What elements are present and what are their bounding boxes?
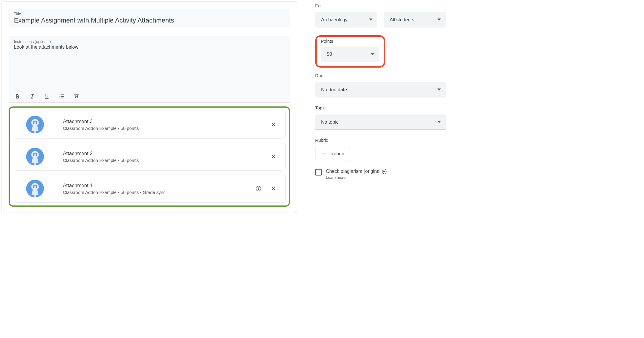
- assignment-editor-panel: Title Example Assignment with Multiple A…: [1, 1, 297, 213]
- attachment-info-button[interactable]: [255, 185, 262, 192]
- instructions-value[interactable]: Look at the attachments below!: [14, 44, 285, 89]
- due-label: Due: [315, 73, 446, 78]
- add-rubric-button[interactable]: Rubric: [315, 147, 350, 161]
- topic-label: Topic: [315, 105, 446, 110]
- learn-more-link[interactable]: Learn more: [326, 175, 387, 180]
- topic-value: No topic: [321, 119, 339, 125]
- format-toolbar: [9, 91, 290, 103]
- remove-attachment-button[interactable]: [271, 186, 277, 192]
- due-date-dropdown[interactable]: No due date: [315, 82, 446, 98]
- for-label: For: [315, 3, 446, 8]
- attachment-subtitle: Classroom Addon Example • 50 points: [63, 158, 265, 163]
- attachment-thumbnail: [13, 111, 57, 138]
- svg-rect-11: [258, 187, 259, 188]
- attachment-thumbnail: [13, 175, 57, 202]
- title-field[interactable]: Title Example Assignment with Multiple A…: [9, 9, 290, 28]
- remove-attachment-button[interactable]: [271, 122, 277, 127]
- attachment-subtitle: Classroom Addon Example • 50 points • Gr…: [63, 190, 249, 195]
- attachment-thumbnail: [13, 143, 57, 170]
- instructions-label: Instructions (optional): [14, 39, 285, 44]
- chevron-down-icon: [437, 119, 441, 125]
- attachment-title: Attachment 2: [63, 151, 265, 157]
- attachment-card[interactable]: Attachment 1 Classroom Addon Example • 5…: [13, 175, 286, 203]
- chevron-down-icon: [369, 17, 372, 23]
- attachment-card[interactable]: Attachment 3 Classroom Addon Example • 5…: [13, 111, 286, 138]
- plagiarism-label: Check plagiarism (originality): [326, 169, 387, 174]
- remove-attachment-button[interactable]: [271, 154, 277, 160]
- students-dropdown[interactable]: All students: [384, 12, 446, 28]
- attachment-subtitle: Classroom Addon Example • 50 points: [63, 126, 265, 131]
- attachment-card[interactable]: Attachment 2 Classroom Addon Example • 5…: [13, 143, 286, 170]
- addon-icon: [26, 115, 45, 134]
- class-dropdown[interactable]: Archaeology …: [315, 12, 377, 28]
- due-value: No due date: [321, 87, 347, 93]
- points-highlight: Points 50: [315, 35, 385, 68]
- underline-button[interactable]: [44, 93, 50, 100]
- rubric-label: Rubric: [315, 138, 446, 143]
- chevron-down-icon: [371, 52, 374, 57]
- points-label: Points: [321, 39, 380, 44]
- attachment-title: Attachment 3: [63, 119, 265, 125]
- instructions-field[interactable]: Instructions (optional) Look at the atta…: [9, 36, 290, 91]
- plagiarism-checkbox[interactable]: [315, 169, 322, 176]
- points-value: 50: [327, 52, 332, 57]
- assignment-sidebar: For Archaeology … All students Points 50…: [315, 1, 446, 213]
- svg-rect-8: [34, 186, 36, 197]
- svg-rect-10: [258, 188, 259, 190]
- svg-rect-2: [34, 122, 36, 133]
- clear-formatting-button[interactable]: [73, 93, 80, 100]
- chevron-down-icon: [437, 17, 441, 23]
- addon-icon: [26, 179, 45, 198]
- bold-button[interactable]: [14, 93, 20, 100]
- svg-rect-5: [34, 154, 36, 165]
- italic-button[interactable]: [29, 93, 35, 100]
- plus-icon: [321, 151, 327, 157]
- title-value[interactable]: Example Assignment with Multiple Activit…: [14, 17, 285, 24]
- attachments-highlight: Attachment 3 Classroom Addon Example • 5…: [9, 106, 290, 207]
- chevron-down-icon: [437, 87, 441, 93]
- title-label: Title: [14, 12, 285, 16]
- attachment-title: Attachment 1: [63, 183, 249, 189]
- rubric-button-label: Rubric: [330, 151, 344, 157]
- addon-icon: [26, 147, 45, 166]
- class-selected: Archaeology …: [321, 17, 353, 23]
- bulleted-list-button[interactable]: [58, 93, 65, 100]
- students-selected: All students: [390, 17, 414, 23]
- points-dropdown[interactable]: 50: [321, 47, 379, 62]
- topic-dropdown[interactable]: No topic: [315, 114, 446, 130]
